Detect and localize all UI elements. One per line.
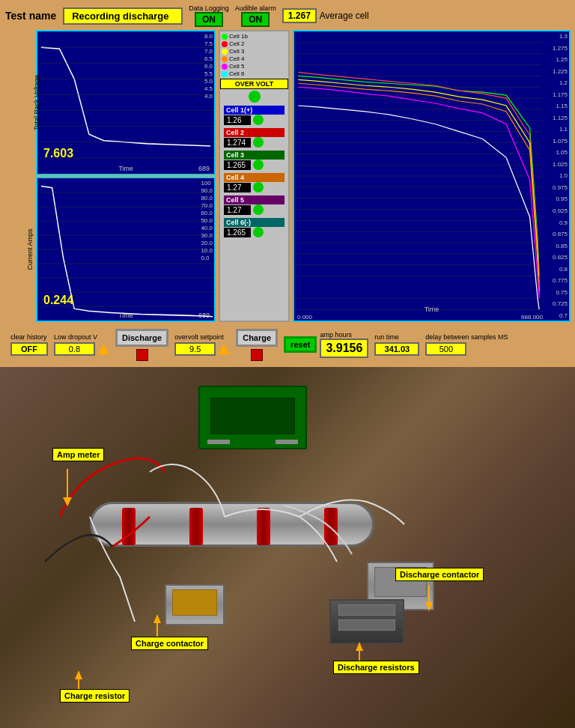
left-charts: Total Pack Voltage 8.07.57.06.56.0 5.55.… — [36, 30, 216, 322]
cell-3-label: Cell 3 — [224, 151, 285, 160]
cell-legend: Cell 1b Cell 2 Cell 3 Cell 4 Cell 5 — [220, 31, 288, 79]
cell-1-value-row: 1.26 — [224, 115, 285, 125]
low-dropout-group: Low dropout V 0.8 — [54, 333, 109, 356]
bottom-controls: clear history OFF Low dropout V 0.8 Disc… — [4, 322, 571, 367]
audible-alarm-group: Audible alarm ON — [235, 4, 276, 27]
right-chart: 1.31.2751.251.2251.2 1.1751.151.1251.11.… — [293, 30, 571, 322]
charge-status-indicator — [251, 349, 263, 361]
current-chart: Current Amps 10090.080.070.060.0 50.040.… — [36, 177, 216, 322]
low-dropout-value[interactable]: 0.8 — [54, 342, 95, 356]
audible-alarm-label: Audible alarm — [235, 4, 276, 12]
cell-2-value: 1.274 — [224, 138, 251, 148]
amp-hours-value: 3.9156 — [320, 339, 368, 358]
data-logging-group: Data Logging ON — [189, 4, 229, 27]
top-panel: Test name Recording discharge Data Loggi… — [0, 0, 575, 367]
clear-history-label: clear history — [10, 333, 47, 341]
current-time-label: Time — [118, 312, 133, 319]
discharge-button[interactable]: Discharge — [115, 329, 168, 347]
discharge-contactor-label: Discharge contactor — [395, 568, 484, 581]
data-logging-label: Data Logging — [189, 4, 229, 12]
clear-history-value[interactable]: OFF — [10, 342, 48, 356]
delay-group: delay between samples MS 500 — [425, 333, 508, 356]
svg-marker-42 — [63, 497, 72, 506]
current-value: 0.244 — [43, 294, 73, 307]
cell-5-value-row: 1.27 — [224, 204, 285, 215]
cell-2-value-row: 1.274 — [224, 137, 285, 148]
overvolt-label: OVER VOLT — [220, 79, 288, 89]
cell-legend-item: Cell 1b — [222, 33, 287, 40]
clear-history-group: clear history OFF — [10, 333, 48, 356]
avg-cell-group: 1.267 Average cell — [282, 8, 369, 23]
cell-1: Cell 1(+) 1.26 — [222, 105, 287, 126]
run-time-value: 341.03 — [374, 342, 419, 356]
data-logging-toggle[interactable]: ON — [195, 12, 223, 27]
amp-hours-label: amp hours — [320, 331, 352, 339]
cell-3-indicator — [253, 160, 264, 170]
cell-2-indicator — [253, 137, 264, 148]
current-axis-labels: 10090.080.070.060.0 50.040.030.020.010.0… — [201, 180, 213, 261]
run-time-label: run time — [374, 333, 399, 341]
voltage-axis-labels: 8.07.57.06.56.0 5.55.04.54.0 — [204, 33, 213, 100]
charge-button[interactable]: Charge — [236, 329, 278, 347]
cell-6-label: Cell 6(-) — [224, 218, 285, 227]
cell-legend-item: Cell 3 — [222, 48, 287, 55]
recording-status: Recording discharge — [63, 7, 183, 25]
amp-meter-arrow — [52, 461, 112, 506]
delay-label: delay between samples MS — [425, 333, 508, 341]
low-dropout-label: Low dropout V — [54, 333, 97, 341]
right-chart-x-labels: 0.000 688.000 — [294, 314, 543, 321]
avg-cell-value: 1.267 — [282, 8, 317, 23]
svg-marker-48 — [356, 642, 363, 651]
svg-marker-44 — [425, 602, 433, 611]
battery-ring-3 — [257, 508, 270, 545]
photo-background: Amp meter Discharge contactor Charge con… — [0, 367, 575, 728]
overvolt-value[interactable]: 9.5 — [174, 342, 216, 356]
discharge-resistors — [329, 599, 404, 644]
run-time-group: run time 341.03 — [374, 333, 419, 356]
cell-1-value: 1.26 — [224, 115, 251, 125]
cell-3: Cell 3 1.265 — [222, 150, 287, 171]
cell-6-value: 1.265 — [224, 228, 251, 237]
battery-ring-4 — [324, 508, 338, 545]
cell-4-label: Cell 4 — [224, 173, 285, 182]
discharge-resistors-arrow — [356, 642, 386, 664]
overvolt-warning-icon — [218, 344, 230, 354]
avg-cell-label: Average cell — [320, 10, 369, 21]
voltage-value: 7.603 — [43, 147, 73, 160]
voltage-time-max: 689 — [198, 165, 210, 172]
current-time-max: 689 — [198, 312, 210, 319]
right-chart-y-labels: 1.31.2751.251.2251.2 1.1751.151.1251.11.… — [543, 31, 569, 321]
cell-4: Cell 4 1.27 — [222, 172, 287, 193]
right-chart-time-label: Time — [425, 306, 439, 313]
cell-5-indicator — [253, 204, 264, 215]
cell-4-value: 1.27 — [224, 183, 251, 192]
cell-legend-item: Cell 6 — [222, 70, 287, 77]
test-name-label: Test name — [4, 9, 57, 22]
reset-button[interactable]: reset — [284, 336, 317, 353]
cell-6-value-row: 1.265 — [224, 227, 285, 237]
main-area: Total Pack Voltage 8.07.57.06.56.0 5.55.… — [4, 30, 571, 322]
amp-hours-group: amp hours 3.9156 — [320, 331, 368, 358]
discharge-group: Discharge — [115, 329, 168, 361]
battery-ring-1 — [122, 508, 136, 545]
cell-2: Cell 2 1.274 — [222, 127, 287, 148]
voltage-y-axis-label: Total Pack Voltage — [33, 75, 40, 130]
voltage-chart: Total Pack Voltage 8.07.57.06.56.0 5.55.… — [36, 30, 216, 175]
cell-6: Cell 6(-) 1.265 — [222, 217, 287, 238]
amp-hours-reset-group: reset amp hours 3.9156 — [284, 331, 368, 358]
overvolt-group: overvolt setpoint 9.5 — [174, 333, 230, 356]
photo-panel: Amp meter Discharge contactor Charge con… — [0, 367, 575, 728]
cell-1-label: Cell 1(+) — [224, 106, 285, 115]
audible-alarm-toggle[interactable]: ON — [241, 12, 270, 27]
header-bar: Test name Recording discharge Data Loggi… — [4, 4, 571, 27]
charge-resistor-arrow — [75, 670, 105, 693]
cell-legend-item: Cell 5 — [222, 63, 287, 70]
cell-3-value: 1.265 — [224, 160, 251, 170]
battery-tube — [90, 502, 374, 547]
pcb-board — [198, 386, 307, 449]
low-dropout-warning-icon — [97, 344, 109, 354]
cell-4-indicator — [253, 182, 264, 192]
overvolt-indicator — [249, 91, 261, 103]
delay-value[interactable]: 500 — [425, 342, 466, 356]
cell-legend-item: Cell 4 — [222, 55, 287, 62]
